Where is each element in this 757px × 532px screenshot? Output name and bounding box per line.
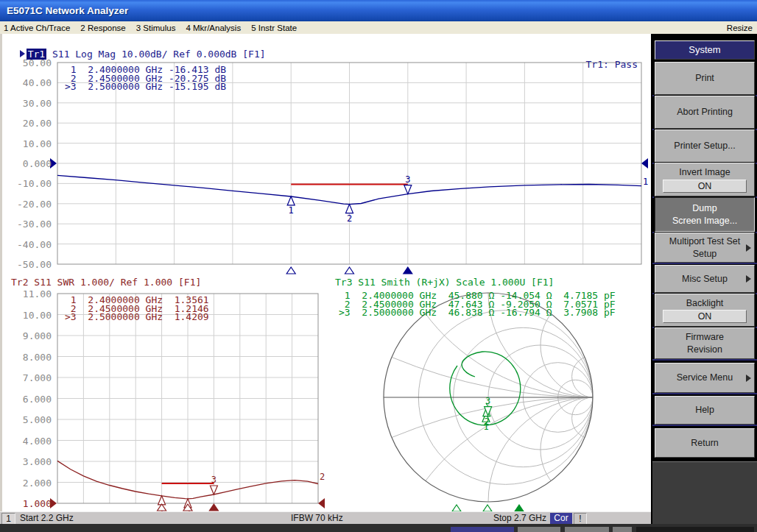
trace3-header[interactable]: Tr3 S11 Smith (R+jX) Scale 1.000U [F1] bbox=[335, 277, 554, 288]
y-axis-tick: 2.000 bbox=[1, 478, 52, 488]
y-axis-tick: 10.00 bbox=[1, 311, 52, 320]
resize-button[interactable]: Resize bbox=[727, 22, 753, 34]
y-axis-tick: 10.00 bbox=[1, 139, 52, 149]
smith-chart-graticule bbox=[70, 34, 651, 511]
stimulus-marker-3[interactable] bbox=[209, 504, 218, 511]
softkey-label: Printer Setup... bbox=[674, 140, 735, 152]
marker-readout-row: >3 2.5000000 GHz 46.838 Ω -16.794 Ω 3.79… bbox=[339, 308, 616, 317]
softkey-separator bbox=[652, 263, 757, 264]
softkey-label: Dump bbox=[692, 202, 716, 214]
y-axis-tick: 30.00 bbox=[1, 99, 52, 108]
y-axis-tick: -20.00 bbox=[1, 199, 52, 209]
softkey-separator bbox=[652, 393, 757, 394]
softkey-label: Return bbox=[691, 437, 719, 449]
y-axis-tick: 5.000 bbox=[1, 415, 52, 425]
menu-item-1[interactable]: 1 Active Ch/Trace bbox=[4, 24, 70, 32]
softkey-label: Backlight bbox=[686, 297, 724, 309]
limit-test-status: Tr1: Pass bbox=[586, 59, 638, 70]
menu-item-4[interactable]: 4 Mkr/Analysis bbox=[186, 24, 241, 32]
window-title: E5071C Network Analyzer bbox=[7, 5, 128, 16]
trace3-params: S11 Smith (R+jX) Scale 1.000U [F1] bbox=[352, 277, 554, 288]
softkey-menu: SystemPrintAbort PrintingPrinter Setup..… bbox=[651, 34, 757, 524]
y-axis-tick: 40.00 bbox=[1, 78, 52, 88]
stimulus-marker-3[interactable] bbox=[515, 505, 524, 511]
svg-text:3: 3 bbox=[211, 475, 216, 485]
stimulus-marker-2[interactable] bbox=[345, 267, 354, 274]
softkey-label: Invert Image bbox=[679, 166, 730, 178]
submenu-arrow-icon bbox=[746, 375, 751, 382]
trace1-graticule bbox=[57, 63, 641, 264]
trace2-ref-arrow-right[interactable] bbox=[318, 498, 325, 508]
softkey-dump[interactable]: DumpScreen Image... bbox=[655, 197, 755, 232]
softkey-toggle-state[interactable]: ON bbox=[663, 310, 747, 323]
stimulus-marker-3[interactable] bbox=[404, 267, 412, 274]
start-frequency: Start 2.2 GHz bbox=[20, 513, 74, 524]
taskbar-fragment-blue bbox=[451, 527, 514, 532]
svg-text:2: 2 bbox=[484, 416, 489, 427]
softkey-misc-setup[interactable]: Misc Setup bbox=[655, 265, 755, 293]
trace3-label[interactable]: Tr3 bbox=[335, 277, 352, 288]
softkey-multiport-test-set[interactable]: Multiport Test SetSetup bbox=[655, 233, 755, 263]
softkey-return[interactable]: Return bbox=[655, 428, 755, 458]
softkey-menu-title: System bbox=[655, 40, 755, 60]
trace2-marker-readout: 1 2.4000000 GHz 1.3561 2 2.4500000 GHz 1… bbox=[65, 296, 209, 322]
trace2-end-label: 2 bbox=[320, 472, 325, 482]
softkey-label: Help bbox=[695, 404, 714, 416]
softkey-help[interactable]: Help bbox=[655, 396, 755, 425]
softkey-label: Service Menu bbox=[677, 372, 733, 383]
marker-3[interactable] bbox=[210, 486, 217, 494]
display-left-frame bbox=[0, 34, 2, 524]
alert-indicator: ! bbox=[574, 513, 587, 525]
y-axis-tick: -30.00 bbox=[1, 219, 52, 229]
softkey-abort-printing[interactable]: Abort Printing bbox=[655, 96, 755, 129]
submenu-arrow-icon bbox=[746, 244, 751, 252]
stimulus-marker-1[interactable] bbox=[452, 505, 461, 511]
softkey-separator bbox=[652, 425, 757, 426]
taskbar-fragment bbox=[565, 527, 609, 532]
menu-items: 1 Active Ch/Trace2 Response3 Stimulus4 M… bbox=[4, 21, 297, 34]
menu-bar: 1 Active Ch/Trace2 Response3 Stimulus4 M… bbox=[0, 21, 757, 35]
graticule-and-traces: 12312312312 bbox=[0, 34, 651, 511]
svg-text:3: 3 bbox=[485, 396, 490, 406]
y-axis-tick: -40.00 bbox=[1, 240, 52, 249]
softkey-toggle-state[interactable]: ON bbox=[663, 180, 747, 193]
svg-text:2: 2 bbox=[347, 213, 352, 224]
trace2-params: S11 SWR 1.000/ Ref 1.000 [F1] bbox=[28, 277, 201, 288]
softkey-service-menu[interactable]: Service Menu bbox=[655, 363, 755, 393]
softkey-label: Screen Image... bbox=[672, 215, 737, 227]
stimulus-marker-1[interactable] bbox=[286, 267, 295, 274]
submenu-arrow-icon bbox=[746, 275, 751, 283]
trace2-label[interactable]: Tr2 bbox=[11, 277, 28, 288]
softkey-printer-setup[interactable]: Printer Setup... bbox=[655, 130, 755, 163]
softkey-label: Revision bbox=[687, 344, 722, 355]
marker-1[interactable] bbox=[287, 196, 295, 205]
svg-text:1: 1 bbox=[289, 205, 294, 216]
display-area: 12312312312 Tr1 S11 Log Mag 10.00dB/ Ref… bbox=[0, 34, 651, 511]
trace1-ref-arrow-right[interactable] bbox=[641, 158, 648, 169]
softkey-label: Setup bbox=[693, 248, 717, 260]
menu-item-2[interactable]: 2 Response bbox=[80, 24, 125, 32]
marker-3[interactable] bbox=[404, 185, 412, 194]
if-bandwidth: IFBW 70 kHz bbox=[291, 513, 343, 524]
softkey-backlight[interactable]: BacklightON bbox=[655, 294, 755, 327]
marker-2[interactable] bbox=[346, 205, 353, 213]
softkey-firmware[interactable]: FirmwareRevision bbox=[655, 327, 755, 359]
softkey-label: Misc Setup bbox=[682, 273, 728, 285]
stimulus-marker-2[interactable] bbox=[483, 505, 492, 511]
svg-text:3: 3 bbox=[405, 174, 410, 185]
trace3-marker-readout: 1 2.4000000 GHz 45.880 Ω -14.054 Ω 4.718… bbox=[339, 291, 616, 317]
menu-item-5[interactable]: 5 Instr State bbox=[251, 24, 297, 32]
y-axis-tick: 7.000 bbox=[1, 373, 52, 383]
taskbar-fragment bbox=[518, 527, 560, 532]
menu-item-3[interactable]: 3 Stimulus bbox=[136, 24, 176, 32]
trace1-end-label: 1 bbox=[643, 177, 648, 187]
y-axis-tick: 0.000 bbox=[1, 159, 52, 169]
y-axis-tick: 6.000 bbox=[1, 394, 52, 404]
y-axis-tick: 11.00 bbox=[1, 289, 52, 299]
softkey-invert-image[interactable]: Invert ImageON bbox=[655, 163, 755, 196]
trace2-header[interactable]: Tr2 S11 SWR 1.000/ Ref 1.000 [F1] bbox=[11, 277, 201, 288]
y-axis-tick: -10.00 bbox=[1, 179, 52, 188]
softkey-label: Print bbox=[695, 72, 714, 84]
softkey-print[interactable]: Print bbox=[655, 62, 755, 95]
active-trace-arrow-icon bbox=[20, 50, 25, 57]
